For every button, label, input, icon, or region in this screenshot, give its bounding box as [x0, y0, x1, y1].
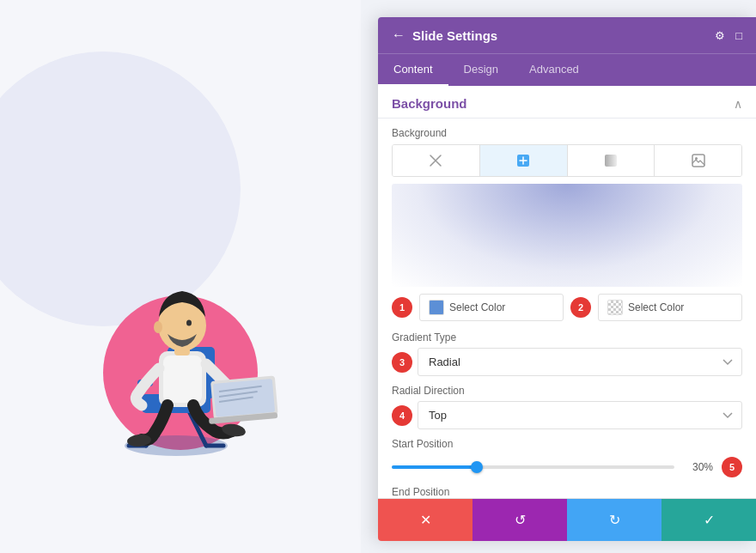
section-background-header: Background ∧	[378, 86, 756, 118]
panel-header-left: ← Slide Settings	[392, 27, 497, 43]
svg-point-21	[154, 321, 162, 333]
background-field-label: Background	[378, 118, 756, 144]
confirm-button[interactable]: ✓	[662, 499, 756, 541]
start-position-track	[392, 465, 674, 469]
slide-settings-panel: ← Slide Settings ⚙ □ Content Design Adva…	[378, 17, 756, 541]
color-stop-badge-1: 1	[392, 297, 412, 318]
gradient-preview	[392, 184, 742, 287]
color-stop-item-1[interactable]: Select Color	[419, 294, 564, 321]
start-position-badge: 5	[722, 457, 742, 477]
color-swatch-2	[607, 300, 623, 315]
gradient-type-select[interactable]: Radial Linear Circular Conic	[418, 348, 742, 376]
tab-design[interactable]: Design	[448, 54, 514, 86]
tab-content[interactable]: Content	[378, 54, 448, 86]
back-icon[interactable]: ←	[392, 27, 405, 43]
start-position-thumb[interactable]	[471, 461, 483, 473]
cancel-button[interactable]: ✕	[378, 499, 472, 541]
panel-title: Slide Settings	[412, 28, 497, 43]
tab-advanced[interactable]: Advanced	[514, 54, 594, 86]
bg-type-none[interactable]	[393, 145, 480, 176]
bg-type-color[interactable]	[480, 145, 568, 176]
svg-rect-9	[163, 356, 202, 403]
radial-direction-badge: 4	[392, 405, 412, 426]
start-position-fill	[392, 465, 477, 469]
radial-direction-row: 4 Top Top Left Top Right Center Bottom B…	[392, 401, 742, 429]
color-swatch-1	[429, 300, 444, 315]
start-position-row: 30% 5	[392, 457, 742, 477]
color-stops-row: 1 Select Color 2 Select Color	[392, 294, 742, 321]
redo-button[interactable]: ↻	[567, 499, 662, 541]
start-position-label: Start Position	[392, 438, 742, 450]
end-position-section: End Position 30% 6	[392, 486, 742, 498]
undo-icon: ↺	[515, 512, 526, 528]
bg-type-image[interactable]	[655, 145, 741, 176]
color-stop-label-1: Select Color	[449, 301, 554, 313]
gradient-type-group: Gradient Type 3 Radial Linear Circular C…	[392, 331, 742, 376]
end-position-label: End Position	[392, 486, 742, 498]
color-stop-label-2: Select Color	[628, 301, 733, 313]
settings-icon[interactable]: ⚙	[715, 29, 725, 42]
undo-button[interactable]: ↺	[472, 499, 567, 541]
background-illustration	[0, 0, 361, 553]
svg-point-20	[186, 320, 192, 326]
radial-direction-label: Radial Direction	[392, 385, 742, 397]
start-position-value: 30%	[683, 461, 713, 473]
gradient-type-badge: 3	[392, 352, 412, 373]
gradient-preview-inner	[392, 184, 742, 287]
cancel-icon: ✕	[420, 512, 431, 528]
header-icons: ⚙ □	[715, 29, 742, 42]
svg-point-25	[695, 157, 698, 160]
radial-direction-select[interactable]: Top Top Left Top Right Center Bottom Bot…	[418, 401, 742, 429]
window-icon[interactable]: □	[735, 29, 742, 42]
color-stop-item-2[interactable]: Select Color	[598, 294, 742, 321]
person-illustration	[43, 192, 318, 467]
section-toggle-icon[interactable]: ∧	[734, 97, 742, 111]
color-stop-badge-2: 2	[570, 297, 591, 318]
redo-icon: ↻	[609, 512, 620, 528]
confirm-icon: ✓	[704, 512, 715, 528]
gradient-type-label: Gradient Type	[392, 331, 742, 343]
start-position-section: Start Position 30% 5	[392, 438, 742, 477]
panel-tabs: Content Design Advanced	[378, 53, 756, 86]
svg-rect-23	[605, 155, 617, 167]
radial-direction-group: Radial Direction 4 Top Top Left Top Righ…	[392, 385, 742, 429]
panel-footer: ✕ ↺ ↻ ✓	[378, 498, 756, 541]
section-title: Background	[392, 96, 467, 111]
panel-body: Background ∧ Background	[378, 86, 756, 498]
bg-type-gradient[interactable]	[568, 145, 655, 176]
gradient-type-row: 3 Radial Linear Circular Conic	[392, 348, 742, 376]
svg-rect-24	[692, 155, 704, 167]
panel-header: ← Slide Settings ⚙ □	[378, 17, 756, 53]
bg-type-selector	[392, 144, 742, 177]
